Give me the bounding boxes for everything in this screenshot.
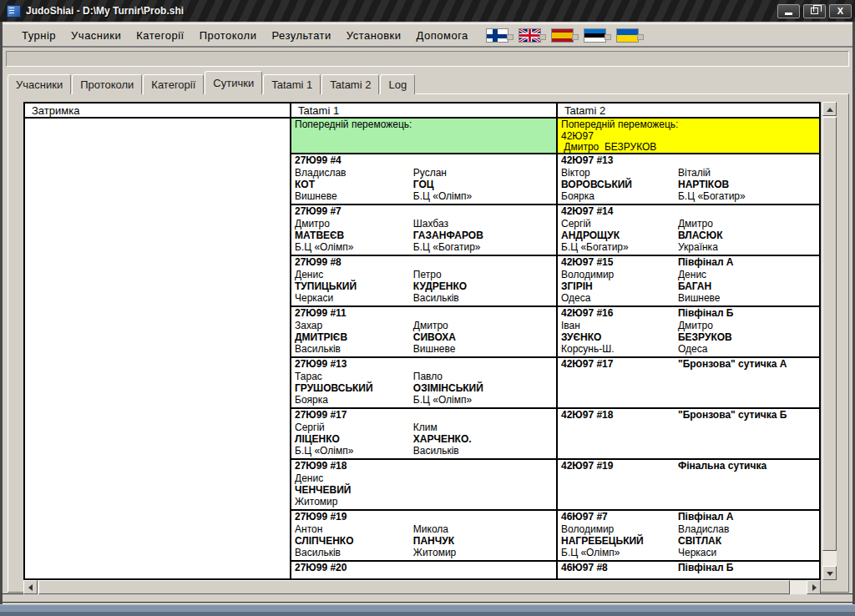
match-row[interactable]: 27Ю99 #7 Дмитро Шахбаз МАТВЕЄВ ГАЗАНФАРО… bbox=[291, 205, 556, 256]
left-player-club: Корсунь-Ш. bbox=[561, 343, 615, 355]
left-player-first-name: Володимир bbox=[561, 523, 614, 535]
match-round-title: Фінальна сутичка bbox=[678, 460, 766, 472]
match-row[interactable]: 46Ю97 #8 Півфінал Б bbox=[558, 562, 819, 580]
menu-competitors[interactable]: Учасники bbox=[63, 27, 129, 44]
match-row[interactable]: 42Ю97 #18 "Бронзова" сутичка Б bbox=[558, 409, 819, 460]
horizontal-scroll-thumb[interactable] bbox=[38, 580, 790, 594]
titlebar[interactable]: JudoShiai - D:\My Turnir\Prob.shi X bbox=[0, 0, 855, 22]
left-player-club: Б.Ц «Олімп» bbox=[295, 241, 353, 253]
vertical-scroll-thumb[interactable] bbox=[822, 117, 837, 551]
match-round-title: Півфінал А bbox=[678, 256, 734, 268]
right-player-last-name: ОЗІМІНСЬКИЙ bbox=[413, 382, 483, 394]
match-row[interactable]: 46Ю97 #7 Півфінал А Володимир Владислав … bbox=[558, 511, 819, 562]
right-player-club: Вишневе bbox=[413, 343, 456, 355]
left-player-first-name: Сергій bbox=[295, 422, 325, 433]
menu-categories[interactable]: Категорії bbox=[129, 27, 191, 44]
match-row[interactable]: 42Ю97 #15 Півфінал А Володимир Денис ЗГІ… bbox=[558, 256, 819, 307]
minimize-button[interactable] bbox=[777, 4, 800, 18]
right-player-club: Б.Ц «Олімп» bbox=[413, 190, 472, 202]
column-header-tatami-2: Tatami 2 bbox=[558, 104, 819, 119]
right-player-club: Одеса bbox=[678, 343, 707, 355]
horizontal-scrollbar[interactable] bbox=[23, 580, 821, 594]
scroll-up-icon bbox=[827, 108, 833, 112]
right-player-club: Б.Ц «Богатир» bbox=[678, 190, 746, 202]
vertical-scrollbar[interactable] bbox=[822, 102, 837, 580]
column-header-delay: Затримка bbox=[25, 104, 290, 119]
right-player-first-name: Шахбаз bbox=[413, 218, 448, 230]
previous-winner-tatami-1: Попередній переможець: bbox=[291, 119, 556, 154]
left-player-last-name: ГРУШОВСЬКИЙ bbox=[295, 382, 373, 394]
tab-sheets[interactable]: Протоколи bbox=[72, 74, 142, 94]
match-row[interactable]: 27Ю99 #4 Владислав Руслан КОТ ГОЦ Вишнев… bbox=[291, 154, 556, 205]
left-player-first-name: Владислав bbox=[295, 167, 346, 179]
matches-panel: Затримка Tatami 1 Попередній переможець:… bbox=[8, 93, 849, 593]
tab-categories[interactable]: Категорії bbox=[143, 74, 204, 94]
left-player-club: Черкаси bbox=[295, 292, 333, 304]
match-id: 42Ю97 #18 bbox=[561, 409, 613, 421]
match-round-title: Півфінал Б bbox=[678, 307, 734, 319]
right-player-first-name: Павло bbox=[413, 371, 443, 382]
ukraine-flag-icon[interactable] bbox=[616, 28, 639, 43]
left-player-first-name: Віктор bbox=[561, 167, 590, 179]
match-id: 27Ю99 #19 bbox=[295, 511, 347, 523]
window-title: JudoShiai - D:\My Turnir\Prob.shi bbox=[26, 5, 184, 17]
right-player-last-name: ГАЗАНФАРОВ bbox=[413, 230, 483, 241]
match-row[interactable]: 42Ю97 #13 Віктор Віталій ВОРОВСЬКИЙ НАРТ… bbox=[558, 154, 819, 205]
match-row[interactable]: 42Ю97 #17 "Бронзова" сутичка А bbox=[558, 358, 819, 409]
scroll-left-button[interactable] bbox=[23, 580, 38, 594]
left-player-club: Вишневе bbox=[295, 190, 337, 202]
left-player-last-name: ЗУЄНКО bbox=[561, 331, 601, 343]
estonia-flag-icon[interactable] bbox=[584, 28, 606, 43]
restore-button[interactable] bbox=[803, 4, 826, 18]
match-id: 27Ю99 #13 bbox=[295, 358, 347, 370]
menu-preferences[interactable]: Установки bbox=[339, 27, 409, 44]
tab-tatami-2[interactable]: Tatami 2 bbox=[321, 74, 379, 94]
tab-matches[interactable]: Сутички bbox=[205, 71, 262, 94]
left-player-club: Житомир bbox=[295, 496, 337, 507]
right-player-first-name: Дмитро bbox=[413, 320, 448, 331]
match-row[interactable]: 42Ю97 #19 Фінальна сутичка bbox=[558, 460, 819, 511]
match-round-title: "Бронзова" сутичка А bbox=[678, 358, 787, 370]
toolbar-strip bbox=[6, 51, 849, 67]
left-player-last-name: ЛІЦЕНКО bbox=[295, 433, 340, 445]
match-id: 27Ю99 #7 bbox=[295, 205, 341, 217]
menu-sheets[interactable]: Протоколи bbox=[192, 27, 265, 44]
left-player-last-name: ВОРОВСЬКИЙ bbox=[561, 179, 632, 190]
menu-tournament[interactable]: Турнір bbox=[14, 27, 63, 44]
right-player-last-name: ПАНЧУК bbox=[413, 535, 454, 547]
match-row[interactable]: 27Ю99 #8 Денис Петро ТУПИЦЬКИЙ КУДРЕНКО … bbox=[291, 256, 556, 307]
scroll-right-button[interactable] bbox=[807, 580, 821, 594]
match-row[interactable]: 27Ю99 #13 Тарас Павло ГРУШОВСЬКИЙ ОЗІМІН… bbox=[291, 358, 556, 409]
tab-log[interactable]: Log bbox=[380, 74, 415, 94]
tab-competitors[interactable]: Учасники bbox=[8, 74, 71, 94]
left-player-club: Боярка bbox=[561, 190, 594, 202]
tab-tatami-1[interactable]: Tatami 1 bbox=[263, 74, 321, 94]
scroll-down-button[interactable] bbox=[822, 566, 837, 580]
left-player-club: Васильків bbox=[295, 343, 341, 355]
spain-flag-icon[interactable] bbox=[551, 28, 574, 43]
match-row[interactable]: 27Ю99 #18 Денис ЧЕНЧЕВИЙ Житомир bbox=[291, 460, 556, 511]
united-kingdom-flag-icon[interactable] bbox=[519, 28, 541, 43]
menu-results[interactable]: Результати bbox=[264, 27, 338, 44]
right-player-club: Б.Ц «Олімп» bbox=[413, 394, 472, 406]
close-button[interactable]: X bbox=[829, 4, 852, 18]
finland-flag-icon[interactable] bbox=[486, 28, 508, 43]
right-player-first-name: Микола bbox=[413, 523, 448, 535]
match-round-title: Півфінал А bbox=[678, 511, 734, 523]
match-row[interactable]: 27Ю99 #11 Захар Дмитро ДМИТРІЄВ СИВОХА В… bbox=[291, 307, 556, 358]
right-player-club: Б.Ц «Богатир» bbox=[413, 241, 481, 253]
match-id: 42Ю97 #17 bbox=[561, 358, 613, 370]
match-row[interactable]: 27Ю99 #17 Сергій Клим ЛІЦЕНКО ХАРЧЕНКО. … bbox=[291, 409, 556, 460]
scroll-up-button[interactable] bbox=[822, 102, 837, 116]
left-player-first-name: Денис bbox=[295, 472, 323, 484]
left-player-club: Боярка bbox=[295, 394, 328, 406]
match-row[interactable]: 27Ю99 #19 Антон Микола СЛІПЧЕНКО ПАНЧУК … bbox=[291, 511, 556, 562]
match-row[interactable]: 42Ю97 #16 Півфінал Б Іван Дмитро ЗУЄНКО … bbox=[558, 307, 819, 358]
menu-help[interactable]: Допомога bbox=[409, 27, 476, 44]
match-id: 27Ю99 #18 bbox=[295, 460, 347, 472]
right-player-last-name: НАРТІКОВ bbox=[678, 179, 729, 190]
left-player-club: Б.Ц «Олімп» bbox=[561, 547, 620, 558]
right-player-last-name: ГОЦ bbox=[413, 179, 434, 190]
match-row[interactable]: 27Ю99 #20 bbox=[291, 562, 556, 580]
match-row[interactable]: 42Ю97 #14 Сергій Дмитро АНДРОЩУК ВЛАСЮК … bbox=[558, 205, 819, 256]
